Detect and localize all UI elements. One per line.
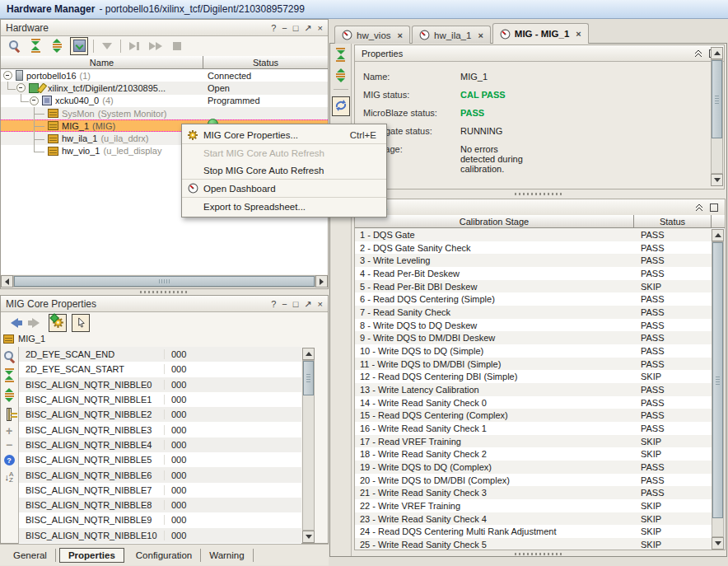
bottom-tab[interactable]: Warning: [201, 549, 253, 562]
calibration-row[interactable]: 13 - Write Latency Calibration PASS: [355, 383, 712, 396]
properties-view-button[interactable]: [49, 314, 67, 332]
expander-icon[interactable]: [16, 83, 26, 92]
minimize-icon[interactable]: −: [282, 300, 287, 308]
menu-item[interactable]: MIG Core Properties... Ctrl+E: [182, 126, 386, 143]
bottom-tab[interactable]: General: [5, 549, 56, 562]
calibration-row[interactable]: 19 - Write DQS to DQ (Complex) PASS: [355, 461, 712, 474]
scroll-up-button[interactable]: [712, 229, 724, 241]
calibration-row[interactable]: 3 - Write Leveling PASS: [355, 254, 712, 267]
search-button[interactable]: [6, 38, 22, 54]
calibration-row[interactable]: 8 - Write DQS to DQ Deskew PASS: [355, 319, 712, 332]
calibration-row[interactable]: 7 - Read Sanity Check PASS: [355, 306, 712, 319]
tree-row-sysmon[interactable]: SysMon (System Monitor): [1, 107, 328, 119]
column-header-name[interactable]: Name: [1, 56, 203, 68]
calibration-row[interactable]: 23 - Write Read Sanity Check 4 SKIP: [355, 512, 712, 526]
calibration-row[interactable]: 22 - Write VREF Training SKIP: [355, 499, 712, 512]
calibration-row[interactable]: 25 - Write Read Sanity Check 5 SKIP: [355, 538, 712, 550]
bottom-tab[interactable]: Properties: [59, 548, 124, 563]
scroll-thumb[interactable]: [303, 361, 314, 395]
scroll-thumb[interactable]: [14, 276, 315, 287]
scroll-thumb[interactable]: [712, 60, 722, 138]
column-header-status[interactable]: Status: [203, 56, 328, 68]
run-all-button[interactable]: [147, 38, 164, 54]
select-tool-button[interactable]: [72, 314, 90, 332]
calibration-row[interactable]: 6 - Read DQS Centering (Simple) PASS: [355, 292, 712, 306]
tree-row-portobello16[interactable]: portobello16 (1) Connected: [1, 69, 328, 82]
close-icon[interactable]: ×: [398, 30, 403, 40]
calibration-row[interactable]: 11 - Write DQS to DM/DBI (Simple) PASS: [355, 358, 712, 371]
program-device-button[interactable]: [99, 38, 115, 54]
expand-all-icon[interactable]: [5, 388, 14, 402]
calibration-row[interactable]: 14 - Write Read Sanity Check 0 PASS: [355, 396, 712, 409]
calibration-row[interactable]: 24 - Read DQS Centering Multi Rank Adjus…: [355, 525, 712, 538]
stop-button[interactable]: [169, 38, 185, 54]
bottom-tab[interactable]: Configuration: [128, 549, 201, 562]
maximize-icon[interactable]: □: [293, 24, 299, 32]
property-row[interactable]: 2D_EYE_SCAN_START 000: [19, 362, 301, 377]
property-row[interactable]: BISC_ALIGN_NQTR_NIBBLE5 000: [19, 452, 301, 467]
scroll-down-button[interactable]: [712, 537, 724, 550]
close-icon[interactable]: ×: [478, 30, 483, 40]
search-icon[interactable]: [3, 350, 16, 363]
calibration-row[interactable]: 20 - Write DQS to DM/DBI (Complex) PASS: [355, 474, 712, 487]
scroll-right-button[interactable]: [315, 275, 328, 288]
calibration-row[interactable]: 16 - Write Read Sanity Check 1 PASS: [355, 422, 712, 435]
property-row[interactable]: BISC_ALIGN_NQTR_NIBBLE2 000: [19, 407, 301, 422]
collapse-section-icon[interactable]: [694, 49, 702, 58]
property-row[interactable]: BISC_ALIGN_NQTR_NIBBLE4 000: [19, 437, 301, 452]
calibration-row[interactable]: 12 - Read DQS Centering DBI (Simple) SKI…: [355, 370, 712, 383]
calibration-row[interactable]: 18 - Write Read Sanity Check 2 SKIP: [355, 447, 712, 461]
float-icon[interactable]: ↗: [304, 300, 311, 308]
property-row[interactable]: BISC_ALIGN_NQTR_NIBBLE3 000: [19, 422, 301, 437]
tree-row-xcku040[interactable]: xcku040_0 (4) Programmed: [1, 95, 328, 107]
calibration-row[interactable]: 4 - Read Per-Bit Deskew PASS: [355, 267, 712, 280]
forward-button[interactable]: [27, 315, 44, 331]
property-row[interactable]: BISC_ALIGN_NQTR_NIBBLE1 000: [19, 392, 301, 407]
help-icon[interactable]: ?: [4, 455, 15, 465]
menu-item[interactable]: Start MIG Core Auto Refresh: [182, 143, 386, 161]
sort-az-icon[interactable]: ↓AZ: [5, 471, 14, 483]
column-header-calibration-stage[interactable]: Calibration Stage: [355, 215, 634, 227]
collapse-all-icon[interactable]: [336, 48, 345, 62]
expand-all-button[interactable]: [49, 38, 65, 54]
run-trigger-button[interactable]: [126, 38, 142, 54]
close-icon[interactable]: ×: [576, 29, 581, 39]
calibration-row[interactable]: 9 - Write DQS to DM/DBI Deskew PASS: [355, 331, 712, 344]
maximize-icon[interactable]: □: [293, 300, 299, 308]
menu-item[interactable]: Export to Spreadsheet...: [182, 197, 386, 215]
float-icon[interactable]: ↗: [304, 24, 311, 32]
scroll-up-button[interactable]: [302, 348, 315, 360]
calibration-row[interactable]: 5 - Read Per-Bit DBI Deskew SKIP: [355, 280, 712, 293]
calibration-row[interactable]: 10 - Write DQS to DQ (Simple) PASS: [355, 344, 712, 358]
dashboard-tab[interactable]: hw_ila_1 ×: [412, 26, 491, 44]
close-icon[interactable]: ×: [318, 300, 323, 308]
horizontal-splitter[interactable]: [140, 291, 188, 293]
menu-item[interactable]: Open Dashboard: [182, 179, 386, 197]
collapse-all-button[interactable]: [27, 38, 44, 54]
back-button[interactable]: [6, 315, 22, 331]
calibration-row[interactable]: 17 - Read VREF Training SKIP: [355, 435, 712, 448]
tree-row-xilinx-tcf[interactable]: xilinx_tcf/Digilent/21030895... Open: [1, 82, 328, 94]
property-row[interactable]: BISC_ALIGN_NQTR_NIBBLE6 000: [19, 467, 301, 482]
expander-icon[interactable]: [3, 71, 12, 80]
section-splitter[interactable]: [515, 193, 562, 195]
collapse-section-icon[interactable]: [695, 203, 703, 212]
scroll-down-button[interactable]: [711, 174, 723, 186]
dashboard-tab[interactable]: MIG - MIG_1 ×: [492, 23, 589, 44]
remove-icon[interactable]: −: [6, 441, 12, 449]
calibration-row[interactable]: 2 - DQS Gate Sanity Check PASS: [355, 241, 712, 255]
property-row[interactable]: BISC_ALIGN_NQTR_NIBBLE9 000: [19, 512, 301, 527]
property-row[interactable]: BISC_ALIGN_NQTR_NIBBLE10 000: [19, 528, 301, 543]
scroll-thumb[interactable]: [712, 242, 723, 518]
close-icon[interactable]: ×: [318, 24, 323, 32]
calibration-row[interactable]: 21 - Write Read Sanity Check 3 PASS: [355, 486, 712, 499]
expander-icon[interactable]: [30, 96, 39, 105]
help-icon[interactable]: ?: [271, 24, 276, 32]
property-row[interactable]: BISC_ALIGN_NQTR_NIBBLE8 000: [19, 498, 301, 512]
column-header-status[interactable]: Status: [634, 215, 712, 227]
expand-all-icon[interactable]: [336, 68, 345, 82]
maximize-section-icon[interactable]: [710, 203, 718, 212]
auto-refresh-button[interactable]: [332, 96, 350, 116]
calibration-row[interactable]: 1 - DQS Gate PASS: [355, 228, 712, 241]
dashboard-tab[interactable]: hw_vios ×: [334, 26, 410, 44]
